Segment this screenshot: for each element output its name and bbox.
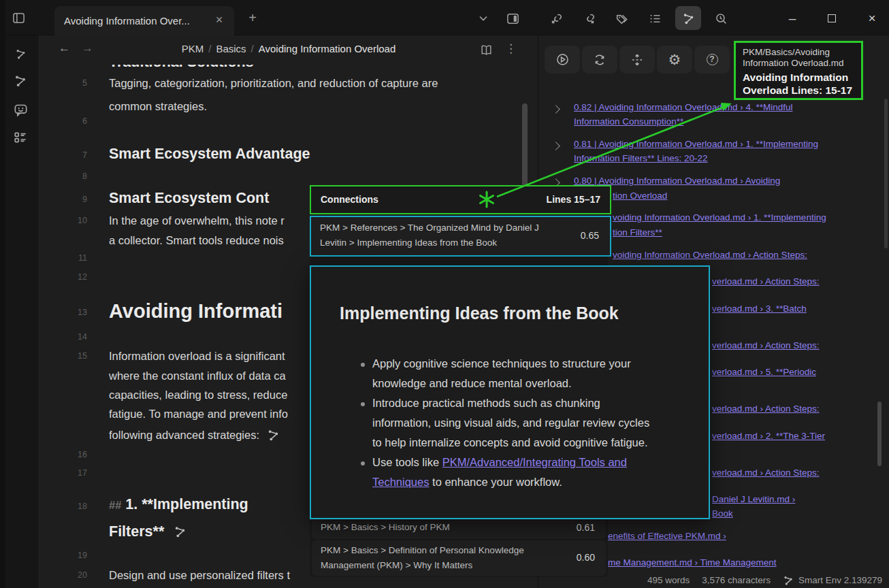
line-number: 13 (52, 308, 87, 317)
left-sidebar-toggle-icon[interactable] (11, 10, 26, 25)
smart-context-ribbon-icon[interactable] (12, 129, 29, 146)
connection-row-history[interactable]: PKM > Basics > History of PKM 0.61 (312, 519, 606, 539)
tab-avoiding-information-overload[interactable]: Avoiding Information Over... × (54, 6, 234, 35)
tab-title: Avoiding Information Over... (64, 6, 190, 35)
tab-list-chevron-icon[interactable] (476, 11, 491, 26)
line-number: 6 (52, 116, 87, 126)
breadcrumb-item[interactable]: Basics (216, 43, 246, 54)
similarity-score: 0.60 (577, 552, 595, 563)
line-number: 5 (52, 78, 87, 88)
paragraph-line: In the age of overwhelm, this note r (109, 214, 285, 227)
paragraph-line: common strategies. (109, 100, 207, 113)
tags-icon[interactable] (614, 11, 629, 26)
connection-result-link[interactable]: Daniel J Levitin.md › (712, 494, 795, 504)
smart-chat-ribbon-icon[interactable] (12, 101, 29, 118)
panel-scrollbar[interactable] (884, 99, 888, 248)
left-ribbon (0, 35, 39, 588)
paragraph-line: where the constant influx of data ca (109, 370, 286, 382)
paragraph-line: following advanced strategies: (109, 429, 280, 442)
bullet-with-link: Use tools like PKM/Advanced/Integrating … (372, 456, 627, 469)
backlinks-icon[interactable] (549, 11, 564, 26)
connection-result-link[interactable]: me Management.md › Time Management (608, 557, 777, 568)
connection-result-link[interactable]: tion Filters** (613, 227, 662, 238)
connection-result-link[interactable]: voiding Information Overload.md › 1. **I… (613, 212, 826, 223)
help-button[interactable]: ? (694, 46, 730, 74)
breadcrumb-item[interactable]: PKM (182, 43, 204, 54)
popover-title: Implementing Ideas from the Book (340, 304, 619, 323)
fold-toggle-button[interactable] (619, 46, 655, 74)
paragraph-line: Information overload is a significant (109, 350, 285, 363)
connection-result-link[interactable]: enefits of Effective PKM.md › (608, 531, 726, 541)
line-number: 8 (52, 172, 87, 181)
similarity-score: 0.61 (577, 522, 595, 533)
bullet-dot (361, 402, 365, 406)
paragraph-line: a collector. Smart tools reduce nois (109, 234, 284, 247)
line-number: 7 (52, 150, 87, 160)
character-count: 3,576 characters (702, 575, 771, 585)
minimize-button[interactable]: – (783, 10, 801, 27)
window-edge (0, 0, 5, 588)
heading-smart-ecosystem-advantage: Smart Ecosystem Advantage (109, 146, 310, 163)
settings-button[interactable]: ⚙ (657, 46, 692, 74)
refresh-button[interactable] (582, 46, 617, 74)
heading-implementing-filters-line2: Filters** (109, 523, 187, 540)
internal-link-integrating-tools[interactable]: Techniques (372, 476, 429, 488)
connection-result-link[interactable]: verload.md › 2. **The 3-Tier (712, 431, 825, 441)
bullet-with-link: Techniques to enhance your workflow. (372, 476, 562, 489)
bullet-dot (361, 363, 365, 367)
close-window-button[interactable]: × (863, 10, 881, 27)
results-scrollbar[interactable] (877, 402, 882, 466)
similarity-score: 0.65 (581, 230, 599, 241)
connection-result-link[interactable]: verload.md › Action Steps: (712, 404, 820, 414)
maximize-button[interactable] (828, 14, 836, 22)
line-number: 18 (52, 502, 87, 511)
connection-result-link[interactable]: verload.md › Action Steps: (712, 340, 820, 350)
smart-connections-icon (783, 575, 794, 586)
search-lookup-icon[interactable] (713, 11, 728, 26)
internal-link-integrating-tools[interactable]: PKM/Advanced/Integrating Tools and (442, 456, 627, 468)
bullet-dot (361, 461, 365, 466)
breadcrumb: PKM/Basics/Avoiding Information Overload (39, 43, 538, 54)
reading-mode-icon[interactable] (479, 42, 494, 57)
smart-connections-ribbon-icon[interactable] (12, 46, 29, 62)
connection-result-link[interactable]: verload.md › Action Steps: (712, 468, 820, 478)
connection-row-organized-mind[interactable]: PKM > References > The Organized Mind by… (310, 216, 611, 257)
new-tab-button[interactable]: + (244, 10, 261, 27)
line-number: 10 (52, 216, 87, 225)
status-bar: 495 words 3,576 characters Smart Env 2.1… (647, 572, 882, 588)
more-options-icon[interactable]: ⋮ (505, 42, 517, 56)
connection-row-definition[interactable]: PKM > Basics > Definition of Personal Kn… (312, 540, 606, 576)
connection-result-link[interactable]: Book (712, 508, 733, 519)
heading-smart-ecosystem-cont: Smart Ecosystem Cont (109, 190, 269, 207)
smart-view-ribbon-icon[interactable] (12, 73, 29, 89)
line-number: 11 (52, 253, 87, 263)
annotation-label-box: PKM/Basics/Avoiding Information Overload… (734, 41, 863, 100)
paragraph-line: Tagging, categorization, prioritization,… (109, 77, 438, 90)
refresh-play-button[interactable] (545, 46, 580, 74)
smart-connections-view-icon[interactable] (681, 11, 696, 26)
tab-close-icon[interactable]: × (211, 12, 227, 29)
line-number: 14 (52, 332, 87, 342)
breadcrumb-current: Avoiding Information Overload (259, 43, 396, 54)
connection-result-link[interactable]: verload.md › 3. **Batch (712, 304, 807, 314)
outgoing-links-icon[interactable] (581, 11, 596, 26)
line-number: 20 (52, 570, 87, 580)
heading-implementing-filters-line1: ## 1. **Implementing (109, 496, 248, 513)
connection-result-link[interactable]: verload.md › 5. **Periodic (712, 367, 816, 377)
smart-connections-inline-icon[interactable] (174, 525, 187, 538)
annotation-asterisk-icon (478, 191, 496, 208)
line-number: 12 (52, 272, 87, 282)
right-sidebar-toggle-icon[interactable] (505, 11, 520, 26)
outline-list-icon[interactable] (647, 11, 662, 26)
annotation-arrow (476, 88, 756, 211)
line-number: 19 (52, 551, 87, 560)
paragraph-line: Design and use personalized filters t (109, 569, 290, 582)
smart-connections-inline-icon[interactable] (267, 429, 280, 442)
connection-result-link[interactable]: voiding Information Overload.md › Action… (613, 250, 807, 260)
heading-avoiding-information: Avoiding Informati (109, 300, 282, 323)
connections-title: Connections (321, 186, 378, 212)
line-number: 16 (52, 450, 87, 459)
line-number: 15 (52, 351, 87, 361)
connection-result-link[interactable]: verload.md › Action Steps: (712, 276, 820, 287)
smart-env-status[interactable]: Smart Env 2.139279 (783, 575, 882, 586)
